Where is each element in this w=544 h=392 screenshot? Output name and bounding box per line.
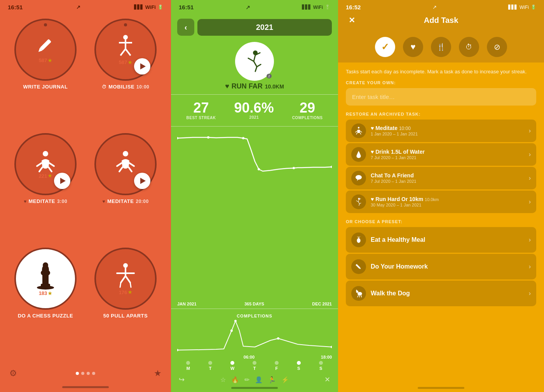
status-bar-3: 16:52 ↗ ▋▋▋ WiFi 🔋 (338, 0, 544, 10)
archived-chat-text: Chat To A Friend 7 Jul 2020 – 1 Jan 2021 (371, 172, 524, 184)
fire-nav-icon[interactable]: 🔥 (231, 376, 239, 383)
svg-point-71 (357, 292, 362, 295)
dot-4[interactable] (92, 372, 95, 375)
svg-line-17 (129, 167, 132, 172)
dot-indicator (44, 23, 47, 26)
close-nav-icon[interactable]: ✕ (324, 375, 330, 384)
signal-icon-1: ▋▋▋ (134, 5, 143, 10)
type-icon-cancel[interactable]: ⊘ (487, 37, 507, 57)
archived-water-date: 7 Jul 2020 – 1 Jan 2021 (371, 155, 524, 160)
archived-meditate-text: ♥ Meditate 10:00 1 Jan 2020 – 1 Jan 2021 (371, 125, 524, 136)
weekday-thu: T (253, 361, 256, 371)
task-title-input[interactable] (346, 88, 536, 106)
dot-3[interactable] (87, 372, 90, 375)
star-nav-icon[interactable]: ☆ (220, 376, 226, 383)
write-journal-circle[interactable]: 587★ (14, 19, 77, 81)
activity-pull-aparts: 176★ 50 PULL APARTS (88, 248, 163, 357)
meditate1-circle[interactable]: 221★ (14, 133, 77, 195)
chess-circle[interactable]: 183★ (14, 248, 77, 310)
dot-1[interactable] (76, 372, 79, 375)
meditate-icon-1 (34, 150, 57, 173)
play-icon (140, 178, 146, 184)
back-button[interactable]: ‹ (177, 19, 194, 36)
signal-icon-3: ▋▋▋ (508, 5, 518, 10)
archived-chat[interactable]: Chat To A Friend 7 Jul 2020 – 1 Jan 2021… (346, 167, 536, 189)
type-icon-heart[interactable]: ♥ (403, 37, 423, 57)
dot-indicator (124, 23, 127, 26)
meditate1-play-button[interactable] (54, 173, 70, 189)
play-icon (60, 178, 66, 184)
preset-eat-healthy[interactable]: Eat a Healthy Meal › (346, 227, 536, 253)
svg-line-6 (120, 49, 126, 56)
svg-line-58 (356, 201, 358, 202)
svg-line-9 (37, 163, 42, 166)
svg-line-11 (39, 167, 42, 172)
preset-homework-icon (351, 259, 366, 274)
close-button[interactable]: ✕ (346, 14, 357, 26)
share-icon[interactable]: ↪ (179, 375, 185, 384)
archived-run-icon (351, 194, 366, 209)
preset-eat-chevron: › (529, 236, 531, 243)
battery-icon-2: 🔋 (325, 5, 330, 10)
archived-run[interactable]: ♥ Run Hard Or 10km 10.0km 30 May 2020 – … (346, 191, 536, 213)
archived-chat-chevron: › (529, 175, 531, 182)
archived-run-date: 30 May 2020 – 1 Jan 2021 (371, 203, 524, 207)
mobilise-count: 587★ (119, 59, 133, 65)
dot-2[interactable] (81, 372, 84, 375)
weekday-wed: W (230, 361, 234, 371)
archived-water[interactable]: ♥ Drink 1.5L of Water 7 Jul 2020 – 1 Jan… (346, 143, 536, 166)
settings-icon[interactable]: ⚙ (9, 368, 17, 378)
preset-homework-chevron: › (529, 263, 531, 270)
weekday-dot-tue (208, 361, 212, 365)
svg-line-36 (255, 67, 257, 71)
play-icon (140, 63, 146, 69)
timer-icon: ⏱ (466, 43, 473, 51)
runner-count-badge: 2 (267, 74, 272, 78)
status-bar-1: 16:51 ↗ ▋▋▋ WiFi 🔋 (0, 0, 171, 12)
dog-icon (354, 289, 363, 298)
svg-point-40 (242, 137, 244, 139)
edit-nav-icon[interactable]: ✏ (244, 376, 249, 383)
jump-nav-icon[interactable]: ⚡ (281, 376, 289, 383)
pull-aparts-icon (114, 262, 137, 290)
svg-line-50 (356, 131, 357, 132)
status-right-1: ▋▋▋ WiFi 🔋 (134, 4, 163, 10)
type-icon-timer[interactable]: ⏱ (459, 37, 479, 57)
cancel-icon: ⊘ (494, 42, 500, 52)
archived-meditate[interactable]: ♥ Meditate 10:00 1 Jan 2020 – 1 Jan 2021… (346, 120, 536, 142)
archived-run-text: ♥ Run Hard Or 10km 10.0km 30 May 2020 – … (371, 196, 524, 207)
weekday-label-mon: M (187, 366, 190, 371)
svg-line-27 (121, 276, 126, 283)
svg-point-41 (258, 168, 260, 170)
location-icon-2: ↗ (246, 4, 250, 10)
streak-chart-area (171, 130, 338, 301)
type-icon-food[interactable]: 🍴 (431, 37, 451, 57)
people-nav-icon[interactable]: 👤 (255, 376, 263, 383)
meditate2-play-button[interactable] (134, 173, 150, 189)
pull-aparts-circle[interactable]: 176★ (94, 248, 157, 310)
run-nav-icon[interactable]: 🏃 (268, 376, 276, 383)
year-nav-row: ‹ 2021 (177, 19, 332, 36)
archived-chat-date: 7 Jul 2020 – 1 Jan 2021 (371, 179, 524, 184)
favorites-icon[interactable]: ★ (154, 368, 162, 378)
activity-chess: 183★ DO A CHESS PUZZLE (8, 248, 83, 357)
panel-activities: 16:51 ↗ ▋▋▋ WiFi 🔋 587★ (0, 0, 171, 392)
meditate2-circle[interactable]: 0★ (94, 133, 157, 195)
preset-homework[interactable]: Do Your Homework › (346, 254, 536, 279)
preset-dog-icon (351, 286, 366, 301)
type-icon-check[interactable]: ✓ (375, 37, 395, 57)
preset-homework-name: Do Your Homework (371, 263, 524, 270)
weekday-label-sun: S (319, 366, 322, 371)
completions-bar-chart (177, 319, 332, 354)
completions-label: COMPLETIONS (292, 116, 323, 120)
archived-water-chevron: › (529, 151, 531, 158)
activity-meditate-1: 221★ ♥ MEDITATE 3:00 (8, 133, 83, 243)
archived-meditate-chevron: › (529, 127, 531, 134)
svg-point-45 (230, 330, 233, 332)
svg-point-23 (43, 262, 48, 268)
preset-walk-dog[interactable]: Walk the Dog › (346, 281, 536, 306)
completion-pct-value: 90.6% (234, 101, 274, 115)
mobilise-circle[interactable]: 587★ (94, 19, 157, 81)
streak-line-chart (177, 130, 332, 177)
mobilise-play-button[interactable] (134, 58, 150, 75)
